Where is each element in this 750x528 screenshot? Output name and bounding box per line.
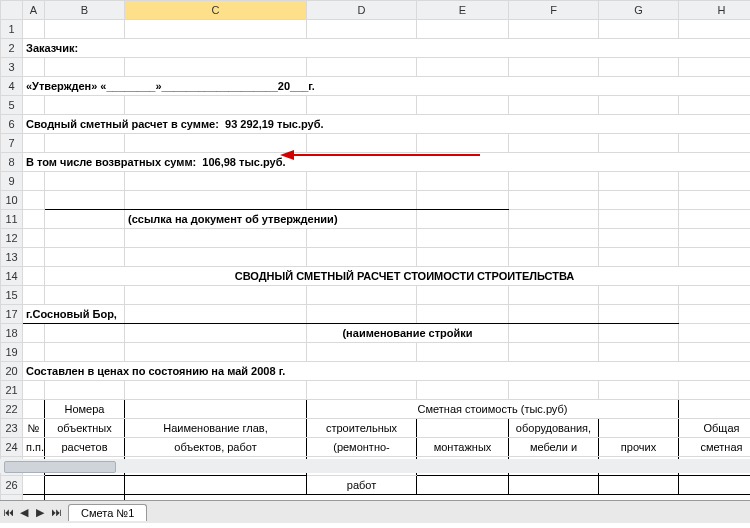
row-header[interactable]: 8 (1, 153, 23, 172)
row-header[interactable]: 1 (1, 20, 23, 39)
row-header[interactable]: 5 (1, 96, 23, 115)
row-header[interactable]: 10 (1, 191, 23, 210)
row-header[interactable]: 9 (1, 172, 23, 191)
th-np (23, 400, 45, 419)
th-name (125, 400, 307, 419)
row-header[interactable]: 22 (1, 400, 23, 419)
customer-label: Заказчик: (23, 39, 751, 58)
project-name-note: (наименование стройки (307, 324, 509, 343)
th-construction: работ (307, 476, 417, 495)
approval-doc-note: (ссылка на документ об утверждении) (125, 210, 417, 229)
th-np: п.п. (23, 438, 45, 457)
tab-nav-first-icon[interactable]: ⏮ (0, 504, 16, 520)
th-name: Наименование глав, (125, 419, 307, 438)
row-header[interactable]: 2 (1, 39, 23, 58)
row-header[interactable]: 6 (1, 115, 23, 134)
th-equipment: оборудования, (509, 419, 599, 438)
row-header[interactable]: 23 (1, 419, 23, 438)
col-header-C[interactable]: C (125, 1, 307, 20)
th-other: прочих (599, 438, 679, 457)
price-basis-line: Составлен в ценах по состоянию на май 20… (23, 362, 751, 381)
col-header-E[interactable]: E (417, 1, 509, 20)
sheet-tab[interactable]: Смета №1 (68, 504, 147, 521)
th-mounting: монтажных (417, 438, 509, 457)
approved-line: «Утвержден» «________»__________________… (23, 77, 751, 96)
row-header[interactable]: 28 (1, 495, 23, 501)
tab-nav-last-icon[interactable]: ⏭ (48, 504, 64, 520)
horizontal-scrollbar[interactable] (0, 459, 750, 473)
sheet-tab-bar: ⏮ ◀ ▶ ⏭ Смета №1 (0, 500, 750, 523)
th-name: объектов, работ (125, 438, 307, 457)
scrollbar-thumb[interactable] (4, 461, 116, 473)
row-header[interactable]: 12 (1, 229, 23, 248)
row-header[interactable]: 7 (1, 134, 23, 153)
th-other (599, 419, 679, 438)
main-title: СВОДНЫЙ СМЕТНЫЙ РАСЧЕТ СТОИМОСТИ СТРОИТЕ… (45, 267, 751, 286)
th-numbers: объектных (45, 419, 125, 438)
th-np: № (23, 419, 45, 438)
spreadsheet-grid[interactable]: A B C D E F G H 1 2 Заказчик: 3 4 «Утвер… (0, 0, 750, 500)
row-header[interactable]: 26 (1, 476, 23, 495)
th-construction: строительных (307, 419, 417, 438)
row-header[interactable]: 4 (1, 77, 23, 96)
col-header-G[interactable]: G (599, 1, 679, 20)
col-header-H[interactable]: H (679, 1, 751, 20)
th-total: сметная (679, 438, 751, 457)
worksheet-area: A B C D E F G H 1 2 Заказчик: 3 4 «Утвер… (0, 0, 750, 500)
row-header[interactable]: 15 (1, 286, 23, 305)
return-sum-line: В том числе возвратных сумм: 106,98 тыс.… (23, 153, 751, 172)
tab-nav-prev-icon[interactable]: ◀ (16, 504, 32, 520)
select-all-corner[interactable] (1, 1, 23, 20)
th-cost-group: Сметная стоимость (тыс.руб) (307, 400, 679, 419)
row-header[interactable]: 24 (1, 438, 23, 457)
row-header[interactable]: 17 (1, 305, 23, 324)
row-header[interactable]: 14 (1, 267, 23, 286)
th-equipment: мебели и (509, 438, 599, 457)
row-header[interactable]: 21 (1, 381, 23, 400)
th-np (23, 476, 45, 495)
th-construction: (ремонтно- (307, 438, 417, 457)
th-total: Общая (679, 419, 751, 438)
tab-nav-next-icon[interactable]: ▶ (32, 504, 48, 520)
row-header[interactable]: 20 (1, 362, 23, 381)
row-header[interactable]: 11 (1, 210, 23, 229)
th-numbers: Номера (45, 400, 125, 419)
city-line: г.Сосновый Бор, (23, 305, 125, 324)
row-header[interactable]: 19 (1, 343, 23, 362)
row-header[interactable]: 13 (1, 248, 23, 267)
th-numbers: расчетов (45, 438, 125, 457)
row-header[interactable]: 3 (1, 58, 23, 77)
col-header-D[interactable]: D (307, 1, 417, 20)
total-sum-line: Сводный сметный расчет в сумме: 93 292,1… (23, 115, 751, 134)
chapter-title: Глава 1 Подготовка территории строительс… (125, 495, 751, 501)
col-header-F[interactable]: F (509, 1, 599, 20)
col-header-A[interactable]: A (23, 1, 45, 20)
col-header-B[interactable]: B (45, 1, 125, 20)
th-total (679, 400, 751, 419)
th-mounting (417, 419, 509, 438)
row-header[interactable]: 18 (1, 324, 23, 343)
